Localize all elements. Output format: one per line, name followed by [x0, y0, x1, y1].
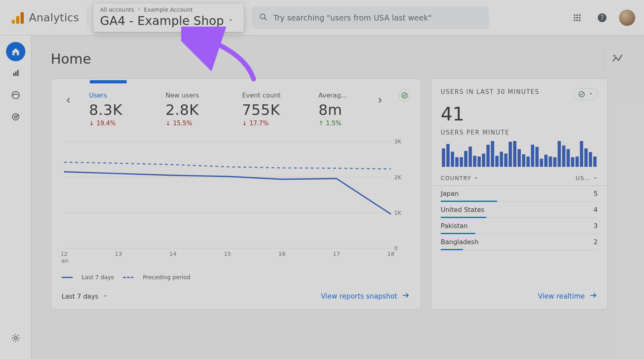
svg-rect-53 [495, 156, 499, 167]
svg-rect-63 [540, 159, 543, 167]
view-reports-snapshot-link[interactable]: View reports snapshot [321, 291, 410, 301]
check-icon[interactable] [399, 89, 410, 102]
svg-rect-66 [553, 157, 556, 167]
svg-rect-44 [455, 157, 458, 167]
legend-current-label: Last 7 days [82, 274, 114, 280]
nav-home[interactable] [6, 42, 25, 61]
svg-rect-62 [535, 147, 539, 167]
svg-point-3 [260, 14, 265, 19]
caret-down-icon [588, 90, 593, 98]
svg-rect-50 [482, 154, 485, 167]
svg-rect-69 [567, 149, 570, 167]
brand: Analytics [5, 7, 83, 28]
chevron-right-icon[interactable] [373, 89, 387, 112]
realtime-title: USERS IN LAST 30 MINUTES [441, 88, 539, 95]
svg-rect-72 [580, 141, 583, 167]
svg-point-22 [14, 337, 17, 340]
svg-rect-55 [504, 154, 508, 167]
search-icon [259, 12, 268, 23]
top-bar: Analytics All accounts Example Account G… [0, 0, 644, 35]
svg-rect-59 [522, 154, 525, 167]
realtime-value: 41 [441, 103, 607, 125]
svg-text:14: 14 [169, 251, 177, 257]
arrow-down-icon: ↓ [89, 120, 94, 127]
svg-rect-7 [579, 14, 581, 16]
arrow-right-icon [589, 291, 598, 301]
metric-label: New users [165, 91, 224, 99]
svg-rect-60 [526, 156, 530, 167]
svg-rect-17 [15, 71, 17, 76]
svg-rect-18 [17, 70, 19, 76]
svg-rect-43 [451, 152, 454, 167]
svg-rect-16 [13, 73, 14, 76]
apps-icon[interactable] [569, 10, 585, 26]
svg-rect-9 [576, 17, 578, 19]
main: Home Users 8.3K ↓ 19.4% [31, 35, 644, 359]
svg-rect-54 [500, 152, 503, 167]
brand-title: Analytics [29, 11, 79, 24]
svg-rect-73 [584, 148, 588, 167]
country-count: 3 [594, 222, 598, 230]
account-picker[interactable]: All accounts Example Account GA4 - Examp… [93, 3, 244, 32]
insights-icon[interactable] [604, 46, 630, 72]
help-icon[interactable]: ? [594, 10, 610, 26]
metric-event-count[interactable]: Event count 755K ↓ 17.7% [240, 89, 305, 130]
metric-avg-engagement[interactable]: Averag… 8m ↑ 1.5% [317, 89, 361, 130]
property-title: GA4 - Example Shop [100, 14, 224, 28]
svg-text:15: 15 [224, 251, 231, 257]
svg-text:17: 17 [333, 251, 340, 257]
nav-settings[interactable] [6, 328, 25, 348]
svg-rect-42 [446, 144, 450, 167]
svg-rect-0 [12, 20, 15, 24]
realtime-menu[interactable] [574, 88, 598, 100]
svg-rect-52 [491, 141, 494, 167]
svg-rect-58 [518, 149, 521, 167]
svg-rect-64 [544, 155, 547, 167]
nav-reports[interactable] [6, 64, 25, 83]
country-name: Japan [441, 190, 459, 197]
svg-text:0: 0 [394, 245, 398, 251]
realtime-card: USERS IN LAST 30 MINUTES 41 USERS PER MI… [431, 78, 608, 310]
svg-rect-8 [574, 17, 576, 19]
svg-point-21 [14, 116, 17, 118]
arrow-down-icon: ↓ [242, 120, 247, 127]
metric-label: Users [89, 91, 148, 99]
country-name: Bangladesh [441, 238, 479, 246]
topbar-right: ? [569, 10, 635, 26]
date-range-picker[interactable]: Last 7 days [62, 293, 108, 300]
svg-rect-12 [576, 19, 578, 21]
svg-text:16: 16 [279, 251, 286, 257]
chevron-left-icon[interactable] [62, 89, 75, 112]
date-range-label: Last 7 days [62, 293, 98, 300]
nav-explore[interactable] [6, 85, 25, 105]
country-name: United States [441, 206, 484, 214]
metric-delta: ↓ 17.7% [242, 120, 301, 127]
svg-text:1K: 1K [394, 210, 402, 216]
country-count: 4 [594, 206, 598, 214]
table-row: United States4 [441, 202, 598, 218]
avatar[interactable] [619, 10, 635, 26]
search-input[interactable]: Try searching "users from USA last week" [252, 6, 489, 29]
svg-text:Jan: Jan [62, 257, 68, 264]
svg-text:?: ? [601, 14, 604, 21]
nav-advertising[interactable] [6, 107, 25, 127]
svg-rect-6 [576, 14, 578, 16]
metric-users[interactable]: Users 8.3K ↓ 19.4% [87, 89, 152, 130]
svg-text:2K: 2K [394, 174, 402, 181]
metric-delta: ↑ 1.5% [318, 120, 357, 127]
svg-rect-41 [442, 148, 445, 167]
table-row: Pakistan3 [441, 218, 598, 234]
search-placeholder: Try searching "users from USA last week" [273, 13, 431, 22]
svg-rect-10 [579, 17, 581, 19]
metric-value: 2.8K [165, 102, 224, 118]
view-realtime-link[interactable]: View realtime [538, 291, 598, 301]
chevron-right-icon [136, 6, 141, 13]
metric-new-users[interactable]: New users 2.8K ↓ 15.5% [164, 89, 228, 130]
svg-rect-45 [460, 157, 463, 167]
overview-footer: Last 7 days View reports snapshot [62, 291, 410, 301]
header-users[interactable]: US… [576, 175, 598, 181]
header-country[interactable]: COUNTRY [441, 175, 479, 181]
breadcrumb-root: All accounts [100, 6, 134, 13]
svg-rect-61 [531, 145, 534, 167]
svg-rect-5 [574, 14, 576, 16]
